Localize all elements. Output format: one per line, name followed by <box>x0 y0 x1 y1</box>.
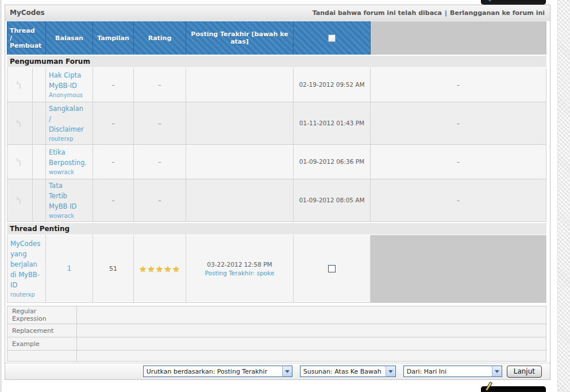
announcement-row: Etika Berposting. wowrack – – 01-09-2012… <box>7 145 546 179</box>
end-cell <box>371 235 546 303</box>
section-title: Thread Penting <box>7 222 546 235</box>
lastpost-cell: 03-22-2012 12:58 PM Posting Terakhir: sp… <box>186 235 294 303</box>
legend-row: Replacement <box>7 324 546 337</box>
continue-button[interactable]: Lanjut <box>507 366 542 378</box>
column-header-views[interactable]: Tampilan <box>93 21 134 55</box>
thread-title-cell: Etika Berposting. wowrack <box>46 145 93 179</box>
end-cell: – <box>371 179 546 222</box>
new-reply-button[interactable] <box>481 386 546 392</box>
thread-title-link[interactable]: Tata Tertib MyBB ID <box>49 181 90 212</box>
from-dropdown-button[interactable] <box>492 366 502 376</box>
sort-by-select[interactable]: Urutkan berdasarkan: Posting Terakhir <box>143 366 292 377</box>
forum-titlebar-links: Tandai bahwa forum ini telah dibaca|Berl… <box>313 9 545 17</box>
thread-title-link[interactable]: MyCodes yang berjalan di MyBB- ID <box>10 239 43 290</box>
select-all-checkbox[interactable] <box>328 34 336 42</box>
section-header-announcements: Pengumuman Forum <box>7 55 546 68</box>
rating-cell: ★★★★★ <box>134 235 186 303</box>
legend-label: Replacement <box>7 324 77 337</box>
thread-title-link[interactable]: Etika Berposting. <box>49 148 90 168</box>
legend-label: Example <box>7 337 77 351</box>
views-cell: 51 <box>93 235 134 303</box>
lastpost-date: 01-09-2012 08:05 AM <box>299 197 364 203</box>
column-header-replies[interactable]: Balasan <box>46 21 93 55</box>
document-icon <box>20 157 21 166</box>
thread-status-cell <box>7 179 33 222</box>
select-cell <box>294 235 371 303</box>
announcement-row: Tata Tertib MyBB ID wowrack – – 01-09-20… <box>7 179 546 222</box>
lastpost-date: 03-22-2012 12:58 PM <box>188 261 291 268</box>
link-separator: | <box>445 9 447 17</box>
document-icon <box>20 119 21 128</box>
new-thread-button[interactable]: NEW THREAD <box>481 0 546 5</box>
column-header-rating[interactable]: Rating <box>134 21 186 55</box>
thread-author-link[interactable]: routerxp <box>10 291 35 298</box>
new-thread-icon <box>486 0 494 1</box>
lastpost-cell: 01-09-2012 06:36 PM <box>294 145 371 179</box>
order-value: Susunan: Atas Ke Bawah <box>301 368 386 375</box>
new-thread-label: NEW THREAD <box>495 0 540 1</box>
legend-value <box>77 324 546 337</box>
section-title: Pengumuman Forum <box>7 55 546 68</box>
chevron-down-icon <box>388 370 393 373</box>
replies-cell: – <box>93 179 134 222</box>
document-icon <box>20 80 21 89</box>
replies-cell: – <box>93 68 134 102</box>
replies-cell: 1 <box>46 235 93 303</box>
replies-count-link[interactable]: 1 <box>67 264 71 272</box>
legend-label: Regular Expression <box>7 306 77 324</box>
replies-cell: – <box>93 145 134 179</box>
rating-cell <box>186 145 294 179</box>
thread-author-link[interactable]: wowrack <box>49 213 74 219</box>
forum-titlebar: MyCodes Tandai bahwa forum ini telah dib… <box>5 5 550 21</box>
legend-row: Example <box>7 337 546 351</box>
legend-row-empty <box>7 351 546 362</box>
end-cell: – <box>371 145 546 179</box>
subscribe-forum-link[interactable]: Berlangganan ke forum ini <box>450 9 545 17</box>
replies-cell: – <box>93 102 134 145</box>
lastpost-user-link[interactable]: spoke <box>257 270 275 276</box>
column-header-spacer <box>371 21 546 55</box>
thread-spacer-cell <box>33 68 46 102</box>
left-background-strip <box>0 0 2 392</box>
column-header-select <box>294 21 371 55</box>
thread-author-link[interactable]: Anonymous <box>49 92 83 98</box>
thread-spacer-cell <box>33 145 46 179</box>
right-background-texture <box>557 0 570 392</box>
forum-title: MyCodes <box>10 9 45 17</box>
thread-title-link[interactable]: Hak Cipta MyBB-ID <box>49 71 90 91</box>
mycode-legend-table: Regular Expression Replacement Example <box>7 306 546 362</box>
sort-by-dropdown-button[interactable] <box>282 366 292 376</box>
thread-title-link[interactable]: Sangkalan / Disclaimer <box>49 104 90 134</box>
mark-forum-read-link[interactable]: Tandai bahwa forum ini telah dibaca <box>313 9 442 17</box>
views-cell: – <box>134 68 186 102</box>
thread-list-table: Thread / Pembuat Balasan Tampilan Rating… <box>7 21 546 303</box>
lastpost-date: 01-09-2012 06:36 PM <box>299 158 364 165</box>
chevron-down-icon <box>495 370 499 373</box>
legend-label <box>7 351 77 362</box>
views-cell: – <box>134 179 186 222</box>
column-header-thread[interactable]: Thread / Pembuat <box>7 21 46 55</box>
order-dropdown-button[interactable] <box>386 366 395 376</box>
thread-author-link[interactable]: wowrack <box>49 169 74 175</box>
lastpost-label: Posting Terakhir: <box>205 270 255 276</box>
column-header-lastpost[interactable]: Posting Terakhir [bawah ke atas] <box>186 21 294 55</box>
thread-title-cell: Sangkalan / Disclaimer routerxp <box>46 102 93 145</box>
from-value: Dari: Hari Ini <box>404 368 492 375</box>
thread-select-checkbox[interactable] <box>328 265 336 272</box>
lastpost-cell: 02-19-2012 09:52 AM <box>294 68 371 102</box>
thread-author-link[interactable]: routerxp <box>49 136 74 142</box>
lastpost-date: 02-19-2012 09:52 AM <box>299 81 364 88</box>
announcement-row: Sangkalan / Disclaimer routerxp – – 01-1… <box>7 102 546 145</box>
rating-cell <box>186 102 294 145</box>
thread-status-cell <box>7 102 33 145</box>
legend-row: Regular Expression <box>7 306 546 324</box>
announcement-row: Hak Cipta MyBB-ID Anonymous – – 02-19-20… <box>7 68 546 102</box>
column-header-row: Thread / Pembuat Balasan Tampilan Rating… <box>7 21 546 55</box>
order-select[interactable]: Susunan: Atas Ke Bawah <box>300 366 396 377</box>
lastpost-date: 01-11-2012 01:43 PM <box>299 120 364 126</box>
thread-status-cell <box>7 145 33 179</box>
end-cell: – <box>371 68 546 102</box>
end-cell: – <box>371 102 546 145</box>
lastpost-line: Posting Terakhir: spoke <box>188 270 291 276</box>
from-select[interactable]: Dari: Hari Ini <box>403 366 502 377</box>
